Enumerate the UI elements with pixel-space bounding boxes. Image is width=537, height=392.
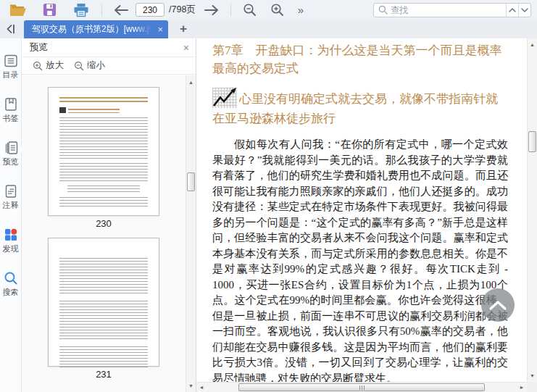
chart-line-icon: [212, 88, 237, 108]
find-previous-button[interactable]: [506, 4, 518, 17]
toc-icon: [3, 53, 19, 69]
sidebar-item-bookmarks[interactable]: 书签: [0, 96, 22, 123]
scroll-down-arrow-icon[interactable]: ▼: [186, 383, 196, 388]
thumb-text-lines: [59, 346, 148, 370]
document-horizontal-scrollbar[interactable]: ◄ ►: [196, 382, 527, 392]
back-to-top-button[interactable]: [481, 288, 515, 322]
thumbnail-list: 230 231: [22, 75, 186, 392]
previous-page-button[interactable]: [111, 1, 131, 19]
open-file-button[interactable]: [6, 1, 29, 19]
save-floppy-icon: [43, 3, 57, 17]
sidebar-item-preview[interactable]: 预览: [0, 140, 22, 167]
thumbnail-page-label: 230: [96, 218, 112, 229]
sidebar-item-label: 发现: [3, 244, 19, 254]
sidebar-item-discover[interactable]: 发现: [0, 227, 22, 254]
toolbar-separator: [230, 4, 231, 16]
tab-close-icon[interactable]: ×: [157, 25, 163, 34]
tab-bar: 驾驭交易（原书第2版）[www.j9 × +: [0, 20, 537, 38]
scrollbar-corner: [527, 382, 537, 392]
zoom-out-button[interactable]: [240, 1, 260, 19]
zoom-in-button[interactable]: [267, 1, 288, 19]
vertical-scrollbar-thumb[interactable]: [528, 131, 536, 152]
tab-title: 驾驭交易（原书第2版）[www.j9: [32, 23, 156, 36]
search-blue-icon: [3, 270, 19, 286]
next-page-button[interactable]: [201, 1, 222, 19]
sidebar-item-annotations[interactable]: 注释: [0, 183, 22, 210]
sidebar-item-label: 目录: [3, 70, 19, 80]
chevron-up-icon: [509, 8, 516, 12]
thumbnail-scrollbar-thumb[interactable]: [187, 172, 195, 191]
preview-panel: 预览 × 放大 缩小: [22, 38, 196, 392]
bookmark-icon: [3, 96, 19, 112]
toolbar-separator: [101, 4, 102, 16]
thumbnail-page-230[interactable]: [48, 87, 159, 216]
find-bar: [373, 3, 531, 17]
page-total-label: /798页: [169, 4, 196, 16]
thumb-text-lines: [59, 258, 148, 296]
collapse-panel-icon: [5, 23, 17, 35]
thumb-text-lines: [59, 163, 148, 182]
search-icon: [378, 5, 388, 14]
document-vertical-scrollbar[interactable]: ▲ ▼: [527, 38, 537, 382]
scroll-right-arrow-icon[interactable]: ►: [518, 385, 525, 390]
thumb-list-lines: [67, 185, 140, 193]
arrow-right-icon: [204, 4, 220, 16]
thumbnail-zoom-in-label: 放大: [46, 59, 64, 72]
main-toolbar: /798页 »: [0, 0, 537, 20]
magnifier-plus-icon: [270, 3, 284, 17]
find-input[interactable]: [388, 5, 506, 15]
chevron-up-icon: [488, 300, 507, 311]
magnifier-minus-icon: [243, 3, 257, 17]
document-page: 第7章 开盘缺口：为什么这是当天第一个而且是概率最高的交易定式 心里没有明确定式…: [196, 38, 527, 382]
printer-icon: [73, 3, 89, 17]
navigation-sidebar: 目录 书签 预览: [0, 38, 22, 392]
thumbnail-page-231[interactable]: [48, 238, 159, 367]
find-next-button[interactable]: [518, 4, 530, 17]
sidebar-item-label: 预览: [3, 157, 19, 167]
body-paragraph: 假如每次有人问我：“在你的所有定式中，哪一个定式效果最好？”我就能得到一美元的话…: [212, 137, 508, 382]
thumbnail-zoom-out-button[interactable]: 缩小: [74, 59, 105, 72]
more-tools-button[interactable]: »: [298, 4, 304, 16]
thumbnail-scrollbar[interactable]: ▲ ▼: [186, 75, 196, 392]
preview-panel-header: 预览 ×: [22, 38, 196, 57]
thumb-text-lines: [59, 197, 148, 209]
thumbnail-zoom-in-button[interactable]: 放大: [33, 59, 64, 72]
document-viewport[interactable]: 第7章 开盘缺口：为什么这是当天第一个而且是概率最高的交易定式 心里没有明确定式…: [196, 38, 527, 382]
annotation-icon: [3, 183, 19, 199]
new-tab-button[interactable]: +: [174, 20, 193, 38]
scroll-up-arrow-icon[interactable]: ▲: [528, 42, 537, 47]
collapse-sidebar-button[interactable]: [0, 20, 22, 38]
sidebar-item-label: 搜索: [3, 288, 19, 297]
folder-open-icon: [9, 3, 26, 17]
epigraph-text: 心里没有明确定式就去交易，就像不带指南针就在亚马逊森林徒步旅行: [212, 92, 498, 125]
magnifier-plus-icon: [33, 61, 43, 71]
sidebar-item-search[interactable]: 搜索: [0, 270, 22, 297]
thumb-text-lines: [59, 301, 148, 341]
thumb-chart-icon: [59, 107, 148, 113]
thumbnail-zoom-out-label: 缩小: [87, 59, 105, 72]
thumbnail-zoom-controls: 放大 缩小: [22, 57, 196, 75]
print-button[interactable]: [70, 1, 93, 19]
thumb-text-lines: [59, 117, 148, 159]
scroll-up-arrow-icon[interactable]: ▲: [186, 80, 196, 85]
arrow-left-icon: [113, 4, 129, 16]
sidebar-item-label: 注释: [3, 201, 19, 210]
scroll-down-arrow-icon[interactable]: ▼: [528, 373, 537, 378]
chapter-heading: 第7章 开盘缺口：为什么这是当天第一个而且是概率最高的交易定式: [212, 41, 508, 78]
epigraph: 心里没有明确定式就去交易，就像不带指南针就在亚马逊森林徒步旅行: [212, 88, 508, 128]
close-panel-icon[interactable]: ×: [183, 43, 189, 53]
discover-icon: [3, 227, 19, 243]
sidebar-item-label: 书签: [3, 114, 19, 123]
thumbnail-page-label: 231: [96, 369, 112, 380]
horizontal-scrollbar-thumb[interactable]: [238, 383, 485, 391]
document-area: 第7章 开盘缺口：为什么这是当天第一个而且是概率最高的交易定式 心里没有明确定式…: [196, 38, 537, 392]
tab-document[interactable]: 驾驭交易（原书第2版）[www.j9 ×: [24, 20, 168, 38]
preview-panel-title: 预览: [30, 41, 183, 54]
sidebar-item-toc[interactable]: 目录: [0, 53, 22, 80]
page-number-input[interactable]: [136, 3, 165, 17]
save-button[interactable]: [38, 1, 61, 19]
preview-pages-icon: [3, 140, 19, 156]
magnifier-minus-icon: [74, 61, 84, 71]
scroll-left-arrow-icon[interactable]: ◄: [198, 385, 205, 390]
chevron-down-icon: [521, 8, 528, 12]
